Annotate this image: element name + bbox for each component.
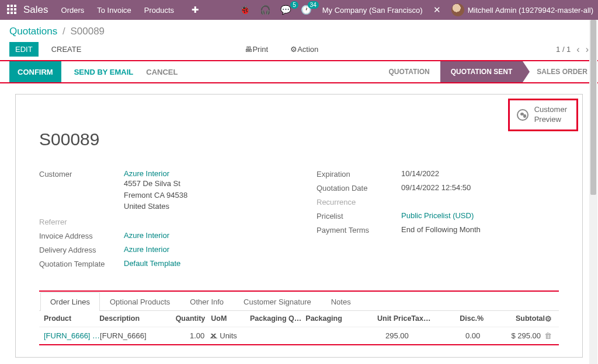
nav-orders[interactable]: Orders (61, 6, 85, 15)
nav-products[interactable]: Products (144, 6, 174, 15)
field-quotation-date: 09/14/2022 12:54:50 (401, 183, 559, 192)
pager-prev-icon[interactable]: ‹ (576, 44, 579, 55)
label-quotation-date: Quotation Date (317, 183, 401, 192)
gear-icon: ⚙ (290, 45, 297, 54)
col-uom: UoM (205, 314, 250, 323)
activities-badge: 34 (308, 1, 319, 9)
label-recurrence: Recurrence (317, 197, 401, 206)
customer-link[interactable]: Azure Interior (124, 169, 169, 178)
row-subtotal: $ 295.00 (480, 331, 541, 340)
status-bar: CONFIRM SEND BY EMAIL CANCEL QUOTATION Q… (0, 60, 598, 83)
top-navbar: Sales Orders To Invoice Products ✚ 🐞 🎧 💬… (0, 0, 598, 20)
template-link[interactable]: Default Template (124, 259, 180, 268)
create-button[interactable]: CREATE (46, 42, 88, 57)
company-selector[interactable]: My Company (San Francisco) (322, 6, 423, 15)
edit-button[interactable]: EDIT (9, 42, 39, 57)
confirm-button[interactable]: CONFIRM (9, 61, 61, 82)
col-packaging: Packaging (305, 314, 361, 323)
forecast-icon[interactable] (210, 332, 217, 338)
print-button[interactable]: 🖶 Print (239, 42, 274, 57)
support-icon[interactable]: 🎧 (260, 5, 271, 15)
customer-preview-button[interactable]: Customer Preview (508, 99, 578, 131)
tab-other-info[interactable]: Other Info (180, 292, 234, 311)
breadcrumb-leaf: S00089 (70, 26, 105, 37)
col-description: Description (99, 314, 166, 323)
label-referrer: Referrer (39, 217, 124, 226)
col-packaging-qty: Packaging Q… (250, 314, 305, 323)
tab-optional-products[interactable]: Optional Products (100, 292, 180, 311)
col-subtotal: Subtotal (484, 314, 545, 323)
row-discount: 0.00 (436, 331, 480, 340)
send-email-button[interactable]: SEND BY EMAIL (74, 68, 134, 76)
col-quantity: Quantity (166, 314, 206, 323)
tab-notes[interactable]: Notes (321, 292, 361, 311)
scrollbar[interactable] (589, 20, 597, 364)
print-icon: 🖶 (245, 45, 252, 54)
order-name: S00089 (39, 130, 559, 149)
label-payment-terms: Payment Terms (317, 225, 401, 235)
cancel-button[interactable]: CANCEL (146, 68, 178, 76)
messages-icon[interactable]: 💬5 (280, 5, 291, 15)
label-customer: Customer (39, 169, 124, 178)
row-description: [FURN_6666] (100, 331, 166, 340)
field-payment-terms: End of Following Month (401, 225, 559, 234)
bug-icon[interactable]: 🐞 (239, 5, 251, 15)
nav-to-invoice[interactable]: To Invoice (97, 6, 131, 15)
avatar[interactable] (451, 4, 464, 16)
col-unit-price: Unit Price (361, 314, 412, 323)
row-product[interactable]: [FURN_6666] … (44, 331, 100, 340)
activities-icon[interactable]: 🕐34 (301, 5, 312, 15)
form-sheet: Customer Preview S00089 CustomerAzure In… (15, 94, 583, 358)
messages-badge: 5 (290, 1, 298, 9)
delete-row-icon[interactable]: 🗑 (544, 331, 552, 340)
pager: 1 / 1 (556, 45, 571, 54)
col-discount: Disc.% (439, 314, 484, 323)
app-brand[interactable]: Sales (23, 4, 48, 16)
tab-order-lines[interactable]: Order Lines (40, 292, 100, 311)
label-delivery-address: Delivery Address (39, 245, 124, 254)
control-panel: Quotations / S00089 EDIT CREATE 🖶 Print … (0, 20, 598, 60)
stage-sales-order[interactable]: SALES ORDER (523, 61, 598, 82)
breadcrumb: Quotations / S00089 (9, 26, 589, 37)
globe-icon (517, 109, 529, 121)
row-quantity: 1.00 (166, 331, 204, 340)
delivery-address-link[interactable]: Azure Interior (124, 245, 169, 254)
apps-icon[interactable] (7, 5, 18, 15)
label-pricelist: Pricelist (317, 211, 401, 220)
pager-next-icon[interactable]: › (586, 44, 589, 55)
breadcrumb-root[interactable]: Quotations (9, 26, 57, 37)
label-invoice-address: Invoice Address (39, 231, 124, 240)
col-tax: Tax… (411, 314, 439, 323)
scroll-thumb[interactable] (590, 20, 596, 195)
row-uom: Units (220, 331, 237, 340)
row-unit-price: 295.00 (359, 331, 409, 340)
tab-customer-signature[interactable]: Customer Signature (234, 292, 321, 311)
action-button[interactable]: ⚙ Action (284, 42, 324, 57)
stage-quotation-sent[interactable]: QUOTATION SENT (440, 61, 523, 82)
table-header: Product Description Quantity UoM Packagi… (39, 311, 559, 327)
tools-icon[interactable]: ✕ (433, 5, 441, 15)
table-row[interactable]: [FURN_6666] … [FURN_6666] 1.00 Units 295… (39, 327, 559, 344)
columns-config-icon[interactable]: ⚙ (545, 315, 552, 323)
pricelist-link[interactable]: Public Pricelist (USD) (401, 211, 474, 220)
tabs-section: Order Lines Optional Products Other Info… (39, 290, 559, 345)
label-expiration: Expiration (317, 169, 401, 178)
plus-icon[interactable]: ✚ (192, 5, 199, 15)
user-menu[interactable]: Mitchell Admin (19279942-master-all) (468, 6, 593, 15)
field-expiration: 10/14/2022 (401, 169, 559, 178)
stage-quotation[interactable]: QUOTATION (378, 61, 440, 82)
label-template: Quotation Template (39, 259, 124, 268)
col-product: Product (44, 314, 99, 323)
invoice-address-link[interactable]: Azure Interior (124, 231, 169, 240)
